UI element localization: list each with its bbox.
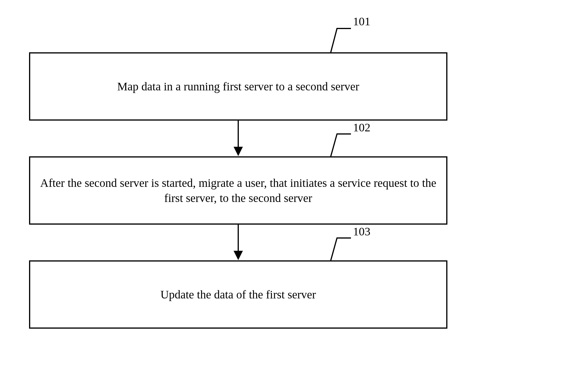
step-3-text: Update the data of the first server <box>160 287 316 302</box>
svg-marker-3 <box>234 251 243 260</box>
step-1-box: Map data in a running first server to a … <box>29 52 447 121</box>
step-1-label-connector <box>330 28 353 54</box>
svg-marker-1 <box>234 147 243 156</box>
step-1-label: 101 <box>353 15 370 28</box>
arrow-1 <box>232 121 244 157</box>
step-3-label-connector <box>330 237 353 262</box>
step-2-text: After the second server is started, migr… <box>39 176 438 206</box>
step-2-box: After the second server is started, migr… <box>29 156 447 225</box>
step-1-text: Map data in a running first server to a … <box>117 79 359 94</box>
flowchart-diagram: 101 Map data in a running first server t… <box>0 0 570 392</box>
step-2-label-connector <box>330 133 353 158</box>
step-3-label: 103 <box>353 225 370 238</box>
step-2-label: 102 <box>353 121 370 134</box>
step-3-box: Update the data of the first server <box>29 260 447 329</box>
arrow-2 <box>232 225 244 261</box>
